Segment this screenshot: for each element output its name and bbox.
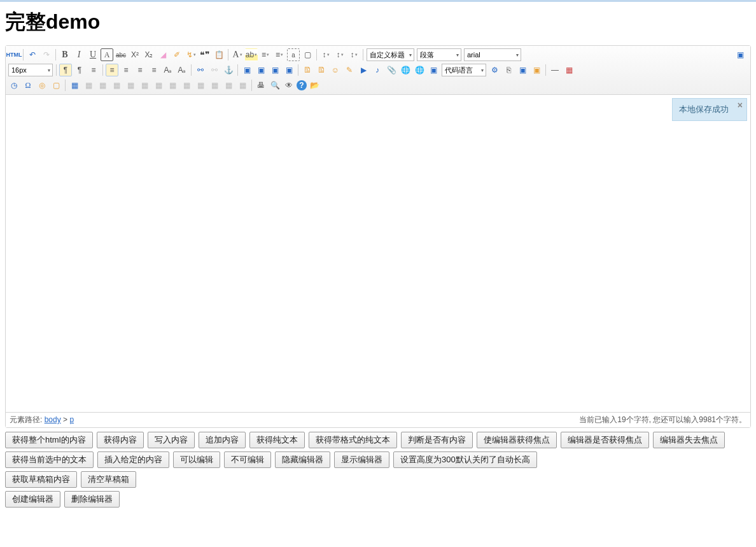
demo-button[interactable]: 获得整个html的内容 xyxy=(5,432,93,448)
charts-icon[interactable]: ▦ xyxy=(236,79,249,92)
fontsize-select[interactable]: 16px xyxy=(8,64,53,76)
simpleupload-icon[interactable]: 🖻 xyxy=(301,64,314,76)
preview-icon[interactable]: 🔍 xyxy=(269,79,281,92)
codelang-select[interactable]: 代码语言 xyxy=(442,64,486,76)
demo-button[interactable]: 设置高度为300默认关闭了自动长高 xyxy=(393,451,537,468)
pagebreak-icon[interactable]: ⎘ xyxy=(502,64,515,76)
tolowercase-icon[interactable]: Aₐ xyxy=(176,64,188,76)
demo-button[interactable]: 判断是否有内容 xyxy=(401,432,473,448)
forecolor-icon[interactable]: A▾ xyxy=(231,48,244,61)
subscript-icon[interactable]: X₂ xyxy=(143,48,155,61)
attachment-icon[interactable]: 📎 xyxy=(385,64,398,76)
splitcols-icon[interactable]: ▦ xyxy=(222,79,235,92)
strike-icon[interactable]: abc xyxy=(115,48,127,61)
splitcells-icon[interactable]: ▦ xyxy=(194,79,207,92)
indent-icon[interactable]: ≡ xyxy=(87,64,100,76)
direction-rtl-icon[interactable]: ¶ xyxy=(73,64,86,76)
snapscreen-icon[interactable]: ▢ xyxy=(301,48,314,61)
rowspacing-bottom-icon[interactable]: ↕▾ xyxy=(333,48,346,61)
demo-button[interactable]: 获得带格式的纯文本 xyxy=(309,432,397,448)
demo-button[interactable]: 插入给定的内容 xyxy=(97,451,169,468)
custom-heading-select[interactable]: 自定义标题 xyxy=(367,48,414,61)
touppercase-icon[interactable]: Aₐ xyxy=(162,64,174,76)
mergecell-icon[interactable]: ▦ xyxy=(152,79,165,92)
superscript-icon[interactable]: X² xyxy=(129,48,141,61)
demo-button[interactable]: 不可编辑 xyxy=(224,451,271,468)
date-icon[interactable]: ▦ xyxy=(563,64,575,76)
deletetable-icon[interactable]: ▦ xyxy=(82,79,95,92)
bold-icon[interactable]: B xyxy=(59,48,71,61)
background-icon[interactable]: ▣ xyxy=(530,64,543,76)
demo-button[interactable]: 获得纯文本 xyxy=(249,432,305,448)
fontfamily-select[interactable]: arial xyxy=(464,48,521,61)
insertframe-icon[interactable]: ▣ xyxy=(427,64,440,76)
backcolor-icon[interactable]: ab▾ xyxy=(245,48,258,61)
template-icon[interactable]: ▣ xyxy=(516,64,529,76)
mergeright-icon[interactable]: ▦ xyxy=(166,79,179,92)
webapp-icon[interactable]: ⚙ xyxy=(488,64,501,76)
fontborder-icon[interactable]: A xyxy=(101,48,113,61)
anchor-icon[interactable]: ⚓ xyxy=(222,64,235,76)
mergedown-icon[interactable]: ▦ xyxy=(180,79,193,92)
fullscreen-icon[interactable]: ▣ xyxy=(734,48,746,61)
unlink-icon[interactable]: ⚯ xyxy=(208,64,221,76)
print-icon[interactable]: 🖶 xyxy=(255,79,267,92)
rowspacing-top-icon[interactable]: ↕▾ xyxy=(319,48,332,61)
deletecol-icon[interactable]: ▦ xyxy=(138,79,151,92)
emotion-icon[interactable]: ☺ xyxy=(329,64,342,76)
undo-icon[interactable]: ↶ xyxy=(26,48,39,61)
link-icon[interactable]: ⚯ xyxy=(194,64,207,76)
help-icon[interactable]: ? xyxy=(297,80,307,90)
inserttable-icon[interactable]: ▦ xyxy=(68,79,81,92)
justify-right-icon[interactable]: ≡ xyxy=(134,64,146,76)
deleterow-icon[interactable]: ▦ xyxy=(110,79,123,92)
map-icon[interactable]: 🌐 xyxy=(399,64,412,76)
justify-full-icon[interactable]: ≡ xyxy=(148,64,160,76)
demo-button[interactable]: 获得当前选中的文本 xyxy=(5,451,94,468)
editor-body[interactable]: 本地保存成功 × xyxy=(6,95,750,412)
demo-button[interactable]: 获取草稿箱内容 xyxy=(5,471,77,488)
gmap-icon[interactable]: 🌐 xyxy=(413,64,426,76)
demo-button[interactable]: 隐藏编辑器 xyxy=(275,451,330,468)
hr-icon[interactable]: — xyxy=(549,64,561,76)
blockquote-icon[interactable]: ❝❞ xyxy=(199,48,211,61)
image-none-icon[interactable]: ▣ xyxy=(283,64,295,76)
unordered-list-icon[interactable]: ≡▾ xyxy=(273,48,286,61)
blank-icon[interactable]: ▢ xyxy=(50,79,62,92)
demo-button[interactable]: 获得内容 xyxy=(97,432,144,448)
ordered-list-icon[interactable]: ≡▾ xyxy=(259,48,272,61)
underline-icon[interactable]: U xyxy=(87,48,99,61)
justify-center-icon[interactable]: ≡ xyxy=(120,64,132,76)
image-left-icon[interactable]: ▣ xyxy=(241,64,253,76)
image-center-icon[interactable]: ▣ xyxy=(269,64,281,76)
video-icon[interactable]: ▶ xyxy=(357,64,370,76)
autotype-icon[interactable]: ↯▾ xyxy=(185,48,197,61)
demo-button[interactable]: 追加内容 xyxy=(199,432,246,448)
time-icon[interactable]: ◷ xyxy=(8,79,20,92)
demo-button[interactable]: 编辑器失去焦点 xyxy=(653,432,725,448)
wordbreak-icon[interactable]: ◎ xyxy=(36,79,48,92)
justify-left-icon[interactable]: ≡ xyxy=(106,64,118,76)
eraser-icon[interactable]: ◢ xyxy=(157,48,169,61)
demo-button[interactable]: 写入内容 xyxy=(148,432,195,448)
lineheight-icon[interactable]: ↕▾ xyxy=(347,48,360,61)
insertimage-icon[interactable]: 🖻 xyxy=(315,64,328,76)
path-p-link[interactable]: p xyxy=(69,415,74,424)
searchreplace-icon[interactable]: 👁 xyxy=(283,79,295,92)
demo-button[interactable]: 可以编辑 xyxy=(173,451,220,468)
source-icon[interactable]: HTML xyxy=(8,48,20,61)
pasteplain-icon[interactable]: 📋 xyxy=(213,48,225,61)
close-icon[interactable]: × xyxy=(738,100,743,110)
scrawl-icon[interactable]: ✎ xyxy=(343,64,356,76)
demo-button[interactable]: 使编辑器获得焦点 xyxy=(477,432,557,448)
demo-button[interactable]: 创建编辑器 xyxy=(5,491,60,508)
path-body-link[interactable]: body xyxy=(45,415,61,424)
paragraph-select[interactable]: 段落 xyxy=(417,48,461,61)
italic-icon[interactable]: I xyxy=(73,48,85,61)
image-right-icon[interactable]: ▣ xyxy=(255,64,267,76)
selectall-icon[interactable]: a xyxy=(287,48,300,61)
direction-ltr-icon[interactable]: ¶ xyxy=(59,64,72,76)
brush-icon[interactable]: ✐ xyxy=(171,48,183,61)
spechars-icon[interactable]: Ω xyxy=(22,79,34,92)
music-icon[interactable]: ♪ xyxy=(371,64,384,76)
